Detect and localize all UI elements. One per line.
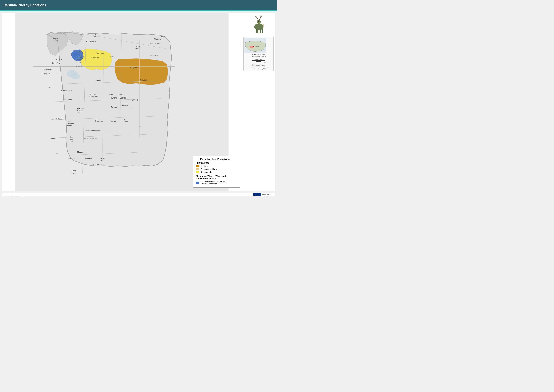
svg-text:Tonimbuk: Tonimbuk	[140, 79, 147, 81]
svg-text:Pakenham: Pakenham	[66, 123, 74, 125]
svg-text:C413: C413	[48, 86, 51, 88]
svg-text:Cardinia: Cardinia	[76, 61, 82, 63]
svg-line-96	[257, 17, 259, 20]
svg-text:Bunyip: Bunyip	[132, 98, 138, 100]
legend-color-medium-high	[196, 168, 199, 170]
svg-text:Beenak SF: Beenak SF	[150, 54, 158, 56]
svg-text:Koo: Koo	[70, 136, 73, 138]
svg-text:Knoxfield: Knoxfield	[42, 73, 50, 75]
svg-text:South: South	[67, 125, 72, 127]
minimap-svg: Victoria	[245, 37, 266, 53]
svg-text:Powelltown: Powelltown	[150, 42, 160, 45]
svg-text:Hill: Hill	[100, 160, 103, 161]
svg-text:Waverley: Waverley	[44, 68, 52, 70]
svg-text:wee: wee	[69, 138, 73, 140]
svg-text:Upper: Upper	[96, 79, 101, 81]
svg-rect-104	[256, 29, 257, 33]
svg-text:North: North	[109, 93, 112, 95]
svg-point-94	[258, 21, 259, 22]
footer: www.delwp.vic.gov.au VICTORIA ★ ★ ★ STAT…	[2, 193, 275, 196]
header-bar: Cardinia Priority Locations	[0, 0, 277, 10]
svg-point-89	[102, 99, 103, 100]
deer-illustration	[248, 15, 269, 35]
svg-text:Bunyip SP: Bunyip SP	[130, 67, 139, 69]
svg-text:Garfield: Garfield	[120, 97, 126, 99]
svg-text:Tynong: Tynong	[111, 106, 118, 108]
svg-text:Mount: Mount	[77, 56, 82, 58]
svg-text:Dalmore: Dalmore	[49, 138, 56, 140]
map-area: Waverley Knoxfield Belgrave Lysterfield …	[2, 13, 242, 191]
footer-logo: VICTORIA ★ ★ ★ STATE GOV Environment,Lan…	[253, 193, 272, 196]
svg-text:Kurin: Kurin	[136, 45, 140, 47]
svg-text:Emerald: Emerald	[77, 51, 83, 53]
legend-priority-title: Priority Areas	[196, 162, 238, 164]
svg-text:Macclesfield: Macclesfield	[86, 41, 96, 43]
teal-accent-bar	[0, 10, 277, 11]
page-title: Cardinia Priority Locations	[3, 3, 46, 7]
svg-text:Goon North: Goon North	[89, 95, 98, 97]
svg-rect-106	[260, 29, 261, 33]
svg-text:Yannathan: Yannathan	[84, 157, 93, 159]
svg-point-87	[132, 100, 133, 100]
svg-rect-105	[257, 29, 258, 33]
legend-peri-urban-title: Peri Urban Deer Project Area	[196, 158, 238, 160]
svg-text:Cockatoo: Cockatoo	[91, 57, 99, 59]
legend-item-high: 1 - High	[196, 165, 238, 167]
svg-rect-110	[250, 46, 253, 49]
svg-text:M420: M420	[56, 153, 60, 154]
svg-text:Gembrook: Gembrook	[96, 52, 104, 54]
svg-text:Victoria: Victoria	[255, 46, 260, 47]
scale-bar-graphic	[252, 61, 265, 62]
svg-text:C69: C69	[138, 126, 140, 127]
copyright-text: © The State of Victoria Department of En…	[245, 64, 273, 70]
footer-url: www.delwp.vic.gov.au	[5, 195, 25, 196]
svg-text:Garfield: Garfield	[122, 104, 128, 106]
svg-text:Koo-Wee-Rup-Longwarry: Koo-Wee-Rup-Longwarry	[83, 130, 101, 132]
svg-point-86	[124, 119, 125, 120]
map-date: 23 December 2021 Map Scale 1:227,302	[245, 53, 273, 58]
legend-item-moderate: 3 - Moderate	[196, 171, 238, 173]
svg-text:Rd: Rd	[68, 120, 70, 122]
legend-box: Peri Urban Deer Project Area Priority Ar…	[193, 156, 240, 188]
scale-bar: Kilometres 0 1.75 3.5	[245, 59, 273, 63]
legend-item-medium-high: 2 - Medium - High	[196, 168, 238, 170]
svg-point-85	[102, 103, 103, 104]
svg-line-103	[260, 15, 261, 17]
svg-text:Nar Nar: Nar Nar	[90, 93, 96, 95]
svg-text:Koo wee rup North: Koo wee rup North	[83, 138, 98, 140]
svg-text:C422: C422	[59, 119, 63, 120]
svg-text:Lysterfield: Lysterfield	[52, 62, 60, 64]
footer-dept-text: Environment,Land, Waterand Government	[262, 194, 272, 196]
legend-color-moderate	[196, 171, 199, 173]
scale-seg-3	[261, 61, 265, 62]
svg-text:Lang: Lang	[72, 169, 76, 172]
scale-labels: 0 1.75 3.5	[251, 62, 266, 63]
svg-text:Kiln Rd: Kiln Rd	[135, 47, 140, 49]
victoria-logo-svg: VICTORIA ★ ★ ★ STATE GOV	[253, 193, 261, 196]
svg-text:Westernport: Westernport	[93, 163, 103, 166]
minimap-container: Victoria 23 December 2021 Map Scale 1:22…	[244, 36, 274, 71]
svg-text:Nar Nar: Nar Nar	[77, 107, 84, 109]
svg-text:Ferntree: Ferntree	[53, 37, 60, 39]
svg-line-100	[259, 17, 261, 20]
svg-text:VICTORIA: VICTORIA	[254, 195, 260, 196]
svg-point-108	[263, 24, 264, 27]
svg-text:Vervale: Vervale	[110, 120, 116, 122]
svg-text:Yarra: Yarra	[161, 35, 165, 37]
svg-text:Caldermeade: Caldermeade	[68, 157, 79, 159]
svg-point-93	[259, 22, 261, 24]
right-panel: Victoria 23 December 2021 Map Scale 1:22…	[242, 13, 275, 191]
scale-seg-1	[252, 61, 256, 62]
svg-text:rup: rup	[70, 140, 72, 142]
svg-text:Iona: Iona	[124, 121, 128, 123]
legend-color-high	[196, 165, 199, 167]
svg-rect-111	[253, 46, 254, 47]
svg-line-99	[257, 16, 257, 17]
svg-text:C411: C411	[110, 55, 114, 57]
svg-text:Belgrave: Belgrave	[55, 58, 62, 61]
svg-text:Reservoir: Reservoir	[75, 65, 83, 67]
svg-point-88	[111, 107, 112, 108]
main-content: Waverley Knoxfield Belgrave Lysterfield …	[2, 13, 275, 191]
svg-text:North: North	[119, 94, 122, 96]
svg-text:Burnett: Burnett	[77, 58, 82, 60]
